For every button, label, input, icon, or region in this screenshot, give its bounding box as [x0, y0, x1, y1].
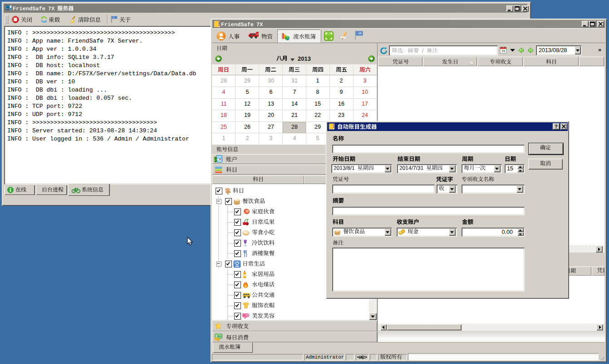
svg-text:100: 100	[217, 335, 222, 338]
svg-text:$: $	[214, 156, 217, 163]
svg-text:20: 20	[359, 32, 362, 34]
svg-text:?: ?	[555, 124, 558, 129]
svg-text:15: 15	[501, 49, 505, 53]
